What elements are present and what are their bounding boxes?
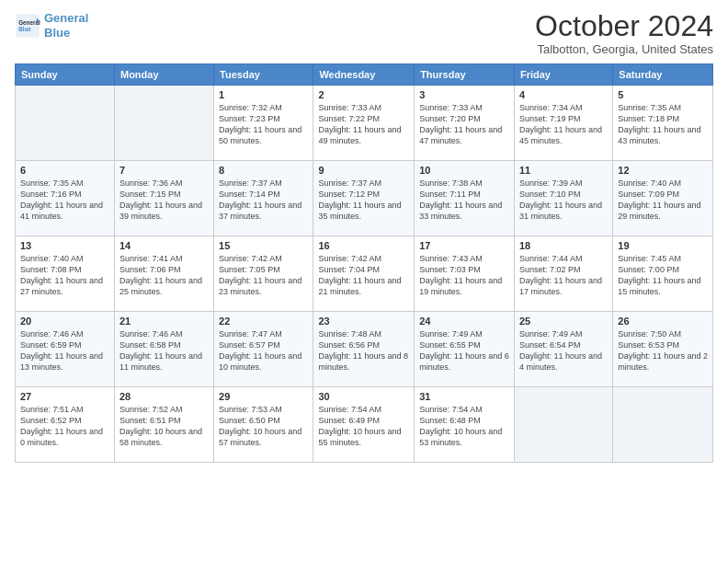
day-info: Sunrise: 7:34 AMSunset: 7:19 PMDaylight:… [519, 102, 608, 147]
day-info: Sunrise: 7:49 AMSunset: 6:54 PMDaylight:… [519, 328, 608, 373]
calendar-body: 1Sunrise: 7:32 AMSunset: 7:23 PMDaylight… [16, 86, 713, 463]
day-number: 27 [20, 391, 109, 402]
logo-line2: Blue [44, 26, 70, 40]
day-cell: 21Sunrise: 7:46 AMSunset: 6:58 PMDayligh… [114, 312, 213, 387]
day-info: Sunrise: 7:42 AMSunset: 7:04 PMDaylight:… [318, 253, 409, 298]
day-cell: 17Sunrise: 7:43 AMSunset: 7:03 PMDayligh… [415, 236, 515, 312]
calendar-table: Sunday Monday Tuesday Wednesday Thursday… [15, 63, 713, 463]
svg-text:Blue: Blue [18, 26, 31, 32]
day-info: Sunrise: 7:33 AMSunset: 7:20 PMDaylight:… [419, 102, 509, 147]
logo-text: General Blue [44, 11, 88, 40]
day-cell: 15Sunrise: 7:42 AMSunset: 7:05 PMDayligh… [214, 236, 313, 312]
col-friday: Friday [514, 64, 612, 86]
day-cell [514, 387, 612, 463]
month-title: October 2024 [535, 11, 713, 40]
day-cell: 6Sunrise: 7:35 AMSunset: 7:16 PMDaylight… [16, 161, 115, 236]
day-number: 9 [318, 165, 409, 176]
day-cell: 13Sunrise: 7:40 AMSunset: 7:08 PMDayligh… [16, 236, 115, 312]
week-row-4: 20Sunrise: 7:46 AMSunset: 6:59 PMDayligh… [16, 312, 713, 387]
day-number: 19 [618, 240, 708, 251]
day-info: Sunrise: 7:37 AMSunset: 7:14 PMDaylight:… [219, 178, 308, 223]
location: Talbotton, Georgia, United States [535, 42, 713, 56]
day-info: Sunrise: 7:37 AMSunset: 7:12 PMDaylight:… [318, 178, 409, 223]
day-number: 17 [419, 240, 509, 251]
day-info: Sunrise: 7:38 AMSunset: 7:11 PMDaylight:… [419, 178, 509, 223]
col-saturday: Saturday [613, 64, 713, 86]
day-number: 7 [119, 165, 209, 176]
day-info: Sunrise: 7:50 AMSunset: 6:53 PMDaylight:… [618, 328, 708, 373]
day-info: Sunrise: 7:54 AMSunset: 6:48 PMDaylight:… [419, 404, 509, 449]
day-number: 23 [318, 316, 409, 327]
day-cell: 18Sunrise: 7:44 AMSunset: 7:02 PMDayligh… [514, 236, 612, 312]
day-cell: 9Sunrise: 7:37 AMSunset: 7:12 PMDaylight… [313, 161, 415, 236]
week-row-2: 6Sunrise: 7:35 AMSunset: 7:16 PMDaylight… [16, 161, 713, 236]
week-row-5: 27Sunrise: 7:51 AMSunset: 6:52 PMDayligh… [16, 387, 713, 463]
day-number: 15 [219, 240, 308, 251]
day-info: Sunrise: 7:43 AMSunset: 7:03 PMDaylight:… [419, 253, 509, 298]
day-info: Sunrise: 7:47 AMSunset: 6:57 PMDaylight:… [219, 328, 308, 373]
day-cell: 20Sunrise: 7:46 AMSunset: 6:59 PMDayligh… [16, 312, 115, 387]
day-number: 8 [219, 165, 308, 176]
week-row-1: 1Sunrise: 7:32 AMSunset: 7:23 PMDaylight… [16, 86, 713, 161]
col-tuesday: Tuesday [214, 64, 313, 86]
logo: General Blue General Blue [15, 11, 88, 40]
day-info: Sunrise: 7:42 AMSunset: 7:05 PMDaylight:… [219, 253, 308, 298]
day-number: 4 [519, 89, 608, 100]
day-cell [114, 86, 213, 161]
day-info: Sunrise: 7:51 AMSunset: 6:52 PMDaylight:… [20, 404, 109, 449]
day-info: Sunrise: 7:48 AMSunset: 6:56 PMDaylight:… [318, 328, 409, 373]
col-thursday: Thursday [415, 64, 515, 86]
day-cell: 12Sunrise: 7:40 AMSunset: 7:09 PMDayligh… [613, 161, 713, 236]
title-block: October 2024 Talbotton, Georgia, United … [535, 11, 713, 56]
day-cell: 26Sunrise: 7:50 AMSunset: 6:53 PMDayligh… [613, 312, 713, 387]
day-cell: 7Sunrise: 7:36 AMSunset: 7:15 PMDaylight… [114, 161, 213, 236]
day-number: 25 [519, 316, 608, 327]
day-cell: 25Sunrise: 7:49 AMSunset: 6:54 PMDayligh… [514, 312, 612, 387]
day-number: 5 [618, 89, 708, 100]
day-number: 2 [318, 89, 409, 100]
day-cell: 19Sunrise: 7:45 AMSunset: 7:00 PMDayligh… [613, 236, 713, 312]
day-cell: 8Sunrise: 7:37 AMSunset: 7:14 PMDaylight… [214, 161, 313, 236]
day-info: Sunrise: 7:44 AMSunset: 7:02 PMDaylight:… [519, 253, 608, 298]
day-cell: 4Sunrise: 7:34 AMSunset: 7:19 PMDaylight… [514, 86, 612, 161]
day-number: 20 [20, 316, 109, 327]
day-info: Sunrise: 7:39 AMSunset: 7:10 PMDaylight:… [519, 178, 608, 223]
col-wednesday: Wednesday [313, 64, 415, 86]
day-cell: 28Sunrise: 7:52 AMSunset: 6:51 PMDayligh… [114, 387, 213, 463]
day-number: 12 [618, 165, 708, 176]
day-cell: 23Sunrise: 7:48 AMSunset: 6:56 PMDayligh… [313, 312, 415, 387]
day-cell: 24Sunrise: 7:49 AMSunset: 6:55 PMDayligh… [415, 312, 515, 387]
day-cell: 2Sunrise: 7:33 AMSunset: 7:22 PMDaylight… [313, 86, 415, 161]
day-number: 31 [419, 391, 509, 402]
day-cell: 1Sunrise: 7:32 AMSunset: 7:23 PMDaylight… [214, 86, 313, 161]
page: General Blue General Blue October 2024 T… [0, 0, 728, 563]
day-number: 21 [119, 316, 209, 327]
col-monday: Monday [114, 64, 213, 86]
day-cell: 5Sunrise: 7:35 AMSunset: 7:18 PMDaylight… [613, 86, 713, 161]
day-number: 1 [219, 89, 308, 100]
day-number: 16 [318, 240, 409, 251]
day-number: 14 [119, 240, 209, 251]
day-number: 26 [618, 316, 708, 327]
week-row-3: 13Sunrise: 7:40 AMSunset: 7:08 PMDayligh… [16, 236, 713, 312]
day-cell: 31Sunrise: 7:54 AMSunset: 6:48 PMDayligh… [415, 387, 515, 463]
col-sunday: Sunday [16, 64, 115, 86]
day-info: Sunrise: 7:40 AMSunset: 7:09 PMDaylight:… [618, 178, 708, 223]
day-cell: 29Sunrise: 7:53 AMSunset: 6:50 PMDayligh… [214, 387, 313, 463]
day-number: 22 [219, 316, 308, 327]
day-info: Sunrise: 7:54 AMSunset: 6:49 PMDaylight:… [318, 404, 409, 449]
day-number: 29 [219, 391, 308, 402]
day-number: 6 [20, 165, 109, 176]
day-cell: 10Sunrise: 7:38 AMSunset: 7:11 PMDayligh… [415, 161, 515, 236]
day-info: Sunrise: 7:36 AMSunset: 7:15 PMDaylight:… [119, 178, 209, 223]
day-cell: 22Sunrise: 7:47 AMSunset: 6:57 PMDayligh… [214, 312, 313, 387]
day-info: Sunrise: 7:49 AMSunset: 6:55 PMDaylight:… [419, 328, 509, 373]
day-number: 10 [419, 165, 509, 176]
day-cell [16, 86, 115, 161]
day-info: Sunrise: 7:52 AMSunset: 6:51 PMDaylight:… [119, 404, 209, 449]
day-info: Sunrise: 7:33 AMSunset: 7:22 PMDaylight:… [318, 102, 409, 147]
day-cell: 11Sunrise: 7:39 AMSunset: 7:10 PMDayligh… [514, 161, 612, 236]
day-number: 28 [119, 391, 209, 402]
day-number: 18 [519, 240, 608, 251]
day-info: Sunrise: 7:35 AMSunset: 7:18 PMDaylight:… [618, 102, 708, 147]
